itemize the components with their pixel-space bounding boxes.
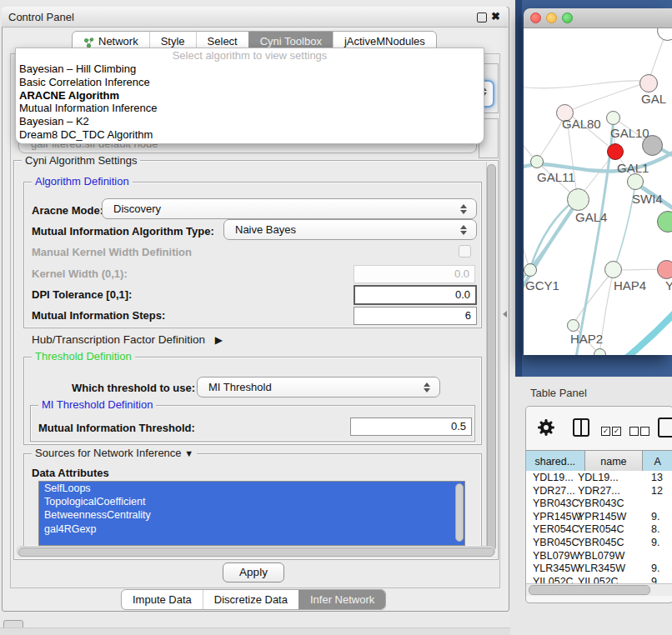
control-panel-titlebar[interactable] <box>2 7 508 28</box>
aracne-mode-combo[interactable]: Discovery <box>102 198 477 219</box>
algorithm-option[interactable]: Basic Correlation Inference <box>16 76 484 89</box>
algorithm-option-selected[interactable]: ARACNE Algorithm <box>16 89 484 102</box>
list-item[interactable]: gal4RGexp <box>39 522 464 536</box>
show-columns-icon[interactable]: ✓✓ <box>601 423 621 438</box>
kernel-width-field[interactable]: 0.0 <box>354 265 475 283</box>
zoom-traffic-light-icon[interactable] <box>562 12 573 23</box>
network-node[interactable] <box>606 111 620 125</box>
network-node[interactable] <box>639 74 658 92</box>
gear-icon[interactable] <box>537 418 555 440</box>
network-node-selected[interactable] <box>607 143 624 160</box>
list-item[interactable]: BetweennessCentrality <box>39 508 464 522</box>
table-row[interactable]: YDR27...YDR27...12 <box>526 484 672 498</box>
network-window-titlebar[interactable] <box>524 8 672 28</box>
node-label: GAL1 <box>617 161 649 175</box>
mi-threshold-def-title: MI Threshold Definition <box>38 399 156 410</box>
export-table-icon[interactable] <box>658 418 672 438</box>
collapsed-arrow-icon: ▶ <box>215 334 223 346</box>
control-panel-title: Control Panel <box>8 11 74 23</box>
kernel-width-label: Kernel Width (0,1): <box>32 268 128 280</box>
table-hscrollbar-thumb[interactable] <box>529 585 650 595</box>
columns-icon[interactable] <box>573 418 589 437</box>
mi-type-combo[interactable]: Naive Bayes <box>223 219 477 240</box>
settings-hscrollbar-thumb[interactable] <box>18 548 494 557</box>
node-label: HAP2 <box>570 332 603 346</box>
table-row[interactable]: YBR045CYBR045C9. <box>526 536 672 549</box>
network-node[interactable] <box>567 188 589 211</box>
hide-columns-icon[interactable] <box>629 423 649 438</box>
close-traffic-light-icon[interactable] <box>530 12 541 23</box>
combo-stepper-icon <box>459 204 467 214</box>
node-label: Y <box>665 278 672 292</box>
algorithm-dropdown-list: Select algorithm to view settings Bayesi… <box>15 48 484 144</box>
table-row[interactable]: YIL052CYIL052C9. <box>526 575 672 583</box>
network-node[interactable] <box>627 173 644 190</box>
tab-impute-data[interactable]: Impute Data <box>122 590 203 609</box>
network-node[interactable] <box>567 319 579 332</box>
column-header[interactable]: A <box>643 451 672 472</box>
data-attributes-list[interactable]: SelfLoops TopologicalCoefficient Between… <box>38 481 465 546</box>
algorithm-option[interactable]: Dream8 DC_TDC Algorithm <box>16 128 484 142</box>
network-view-window[interactable]: GAL GAL80 GAL10 GAL1 GAL11 SWI4 GAL4 GCY… <box>524 8 672 355</box>
algorithm-option[interactable]: Mutual Information Inference <box>16 102 484 115</box>
hub-definition-toggle[interactable]: Hub/Transcription Factor Definition ▶ <box>32 333 223 346</box>
network-node[interactable] <box>604 261 622 278</box>
network-node[interactable] <box>657 260 672 279</box>
table-panel: ✓✓ shared... name A YDL19...YDL19...13 Y… <box>525 406 672 603</box>
tab-discretize-data[interactable]: Discretize Data <box>203 590 298 609</box>
dpi-tolerance-label: DPI Tolerance [0,1]: <box>32 288 132 301</box>
aracne-mode-label: Aracne Mode: <box>32 204 103 217</box>
table-row[interactable]: YDL19...YDL19...13 <box>526 471 672 484</box>
cyni-settings-title: Cyni Algorithm Settings <box>22 155 140 166</box>
algorithm-option[interactable]: Bayesian – Hill Climbing <box>16 62 484 76</box>
node-label: GAL4 <box>575 210 607 224</box>
node-label: GAL <box>641 92 666 106</box>
node-label: SWI4 <box>632 192 663 206</box>
minimize-traffic-light-icon[interactable] <box>546 12 557 23</box>
tab-infer-network[interactable]: Infer Network <box>298 590 385 609</box>
node-label: GAL11 <box>537 170 575 184</box>
settings-vscrollbar-thumb[interactable] <box>487 164 496 551</box>
hub-definition-label: Hub/Transcription Factor Definition <box>32 333 205 346</box>
combo-stepper-icon <box>423 382 430 392</box>
network-node[interactable] <box>524 263 537 277</box>
algorithm-option[interactable]: Bayesian – K2 <box>16 115 484 128</box>
dpi-tolerance-field[interactable]: 0.0 <box>354 285 477 305</box>
sources-toggle[interactable]: Sources for Network Inference ▼ <box>32 448 197 459</box>
combo-stepper-icon <box>459 225 467 235</box>
list-item[interactable]: SelfLoops <box>39 482 464 495</box>
network-icon <box>83 36 94 47</box>
list-vscrollbar-thumb[interactable] <box>455 483 464 542</box>
manual-kernel-label: Manual Kernel Width Definition <box>32 246 192 258</box>
manual-kernel-checkbox[interactable] <box>459 245 471 258</box>
network-node[interactable] <box>594 348 606 355</box>
list-item[interactable] <box>39 536 464 546</box>
screen: Control Panel ✖ Network Style Select Cyn… <box>0 0 672 635</box>
desktop-edge-shading <box>515 0 522 377</box>
mi-steps-field[interactable]: 6 <box>354 307 477 325</box>
mi-steps-label: Mutual Information Steps: <box>32 309 165 322</box>
mi-threshold-field[interactable]: 0.5 <box>350 418 472 436</box>
table-header-row: shared... name A <box>526 450 672 472</box>
table-row[interactable]: YBL079WYBL079W <box>526 549 672 562</box>
which-threshold-label: Which threshold to use: <box>72 382 195 394</box>
table-row[interactable]: YLR345WYLR345W9. <box>526 562 672 575</box>
column-header[interactable]: shared... <box>526 451 585 472</box>
network-canvas[interactable]: GAL GAL80 GAL10 GAL1 GAL11 SWI4 GAL4 GCY… <box>524 28 672 355</box>
expanded-arrow-icon: ▼ <box>184 448 193 458</box>
table-row[interactable]: YBR043CYBR043C <box>526 497 672 510</box>
which-threshold-combo[interactable]: MI Threshold <box>197 377 440 398</box>
which-threshold-value: MI Threshold <box>208 381 272 393</box>
table-row[interactable]: YER054CYER054C8. <box>526 522 672 536</box>
table-row[interactable]: YPR145WYPR145W9. <box>526 510 672 523</box>
column-header[interactable]: name <box>585 451 644 472</box>
float-window-icon[interactable] <box>477 12 487 22</box>
network-node[interactable] <box>530 155 544 168</box>
aracne-mode-value: Discovery <box>113 202 161 215</box>
close-icon[interactable]: ✖ <box>491 10 500 22</box>
data-attributes-label: Data Attributes <box>32 467 109 479</box>
splitter-arrow-icon[interactable] <box>503 311 507 318</box>
list-item[interactable]: TopologicalCoefficient <box>39 495 464 508</box>
mi-type-label: Mutual Information Algorithm Type: <box>32 225 214 238</box>
apply-button[interactable]: Apply <box>223 562 284 582</box>
